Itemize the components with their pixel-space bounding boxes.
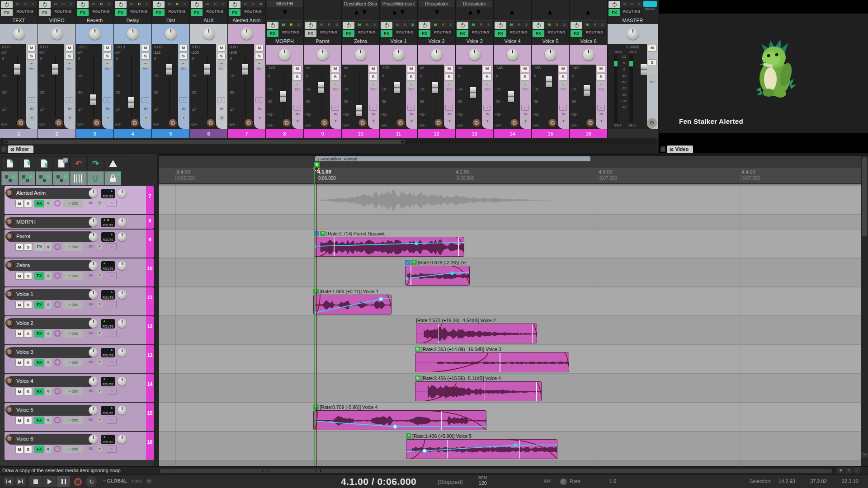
mute-button[interactable]: M	[103, 45, 112, 52]
track-panel-alerted-anim[interactable]: Alerted AnimROUTEMSFXϕ~ trimIN▼>7	[5, 186, 154, 214]
receive-button[interactable]: >	[179, 97, 187, 103]
pan-knob[interactable]	[355, 49, 367, 61]
mute-button[interactable]: M	[483, 66, 491, 72]
record-arm-button[interactable]	[510, 118, 519, 128]
fx-button[interactable]: FX	[419, 30, 430, 37]
solo-button[interactable]: S	[24, 359, 32, 366]
fx-insert-name[interactable]	[571, 0, 606, 7]
fx-button[interactable]: FX	[267, 30, 278, 37]
pan-knob[interactable]	[469, 49, 481, 61]
indicator-r[interactable]: R	[404, 22, 406, 28]
input-menu-icon[interactable]: ▼	[29, 115, 35, 121]
fx-button[interactable]: FX	[34, 359, 44, 366]
strip-name[interactable]: Voice 4	[494, 38, 531, 45]
strip-name[interactable]: Zebra	[342, 38, 379, 45]
record-arm-button[interactable]	[5, 377, 14, 385]
volume-fader[interactable]	[241, 63, 249, 75]
zoom-out-button[interactable]: −	[854, 468, 860, 474]
trim-button[interactable]: ~	[65, 61, 74, 67]
selection-length[interactable]: 22.3.10	[842, 479, 859, 484]
track-panel-voice-2[interactable]: Voice 2ROUTEMSFXϕ~ trimIN▼>12	[5, 316, 154, 344]
route-button[interactable]: ROUTE	[101, 319, 115, 328]
region-bar[interactable]: 1 FenStalker_Alerted	[315, 156, 590, 161]
trim-envelope-button[interactable]: ~ trim	[63, 359, 83, 366]
input-menu-icon[interactable]: ▼	[105, 115, 111, 121]
media-item[interactable]: ^[Rate:1.406 (+5.90)] Voice 5	[406, 439, 557, 459]
track-power-icon[interactable]	[267, 22, 278, 29]
solo-button[interactable]: S	[24, 243, 32, 251]
solo-button[interactable]: S	[179, 53, 188, 60]
track-number-band[interactable]: 14	[494, 129, 531, 138]
track-name[interactable]: Voice 2	[16, 318, 33, 328]
fx-move-up-icon[interactable]: ▲	[547, 8, 554, 14]
track-number-band[interactable]: 10	[146, 258, 154, 286]
volume-fader[interactable]	[507, 91, 514, 103]
track-volume-knob[interactable]	[89, 261, 98, 270]
indicator-m[interactable]: M	[54, 1, 57, 7]
input-button[interactable]: IN	[216, 107, 227, 111]
play-button[interactable]	[42, 476, 57, 487]
record-arm-button[interactable]	[16, 118, 26, 128]
record-arm-button[interactable]	[5, 189, 14, 197]
trim-button[interactable]: ~	[559, 82, 567, 88]
indicator-s[interactable]: S	[449, 22, 452, 28]
pan-knob[interactable]	[627, 28, 639, 40]
track-pan-knob[interactable]	[118, 290, 127, 299]
track-number-band[interactable]: 10	[342, 129, 379, 138]
routing-button[interactable]: ROUTING	[203, 8, 226, 15]
routing-button[interactable]: ROUTING	[165, 8, 189, 15]
record-arm-button[interactable]	[5, 435, 14, 443]
fx-button[interactable]: FX	[381, 30, 392, 37]
track-number-band[interactable]: 1	[0, 129, 38, 138]
indicator-m[interactable]: M	[510, 22, 513, 28]
fx-move-down-icon[interactable]: ▼	[399, 8, 406, 14]
fx-button[interactable]: FX	[77, 9, 89, 16]
volume-fader[interactable]	[431, 82, 439, 94]
pan-knob[interactable]	[89, 28, 101, 40]
indicator-r[interactable]: R	[100, 1, 103, 7]
mixer-strip-master[interactable]: FXMRSROUTINGMONOMASTER0.00dB-99.2-99.212…	[608, 0, 658, 138]
routing-button[interactable]: ROUTING	[583, 29, 606, 36]
routing-button[interactable]: ROUTING	[545, 29, 568, 36]
volume-fader[interactable]	[469, 87, 476, 99]
take-envelope[interactable]	[406, 266, 470, 286]
mixer-strip-aux[interactable]: FXMRSROUTINGAUX0.00-100-6--18--30--42--5…	[190, 0, 228, 138]
monitor-button[interactable]: >	[107, 359, 117, 366]
mute-button[interactable]: M	[15, 301, 24, 309]
routing-button[interactable]: ROUTING	[14, 8, 37, 15]
track-number-band[interactable]: 8	[146, 215, 154, 229]
peak-readout[interactable]: -inf	[39, 50, 45, 55]
fx-button[interactable]: FX	[229, 9, 241, 16]
strip-name[interactable]: MASTER	[608, 17, 658, 24]
indicator-r[interactable]: R	[328, 22, 330, 28]
route-button[interactable]: ROUTE	[101, 218, 115, 227]
mute-button[interactable]: M	[65, 45, 74, 52]
envelope-point-options-button[interactable]	[53, 171, 70, 185]
volume-readout[interactable]: 0.00	[192, 45, 200, 49]
track-number-band[interactable]	[608, 129, 658, 138]
volume-fader[interactable]	[317, 82, 325, 94]
track-power-icon[interactable]	[343, 22, 354, 29]
input-menu-icon[interactable]: ▼	[67, 115, 73, 121]
record-arm-button[interactable]	[5, 406, 14, 414]
volume-readout[interactable]: 0.00	[2, 45, 10, 49]
track-volume-knob[interactable]	[89, 406, 98, 415]
monitor-button[interactable]: >	[107, 446, 117, 453]
rate-value[interactable]: 1.0	[609, 479, 616, 484]
fx-button[interactable]: FX	[34, 446, 44, 453]
trim-envelope-button[interactable]: ~ trim	[63, 446, 83, 453]
track-number-band[interactable]: 5	[152, 129, 189, 138]
repeat-button[interactable]: ↻	[86, 476, 97, 487]
input-button[interactable]: IN	[26, 107, 38, 111]
fx-button[interactable]: FX	[115, 9, 127, 16]
env-icon[interactable]: ^	[320, 231, 326, 236]
solo-button[interactable]: S	[103, 53, 112, 60]
peak-readout[interactable]: -inf	[77, 50, 83, 55]
track-power-icon[interactable]	[571, 22, 582, 29]
input-button[interactable]: IN	[368, 112, 379, 116]
trim-button[interactable]: ~	[445, 82, 453, 88]
indicator-s[interactable]: S	[222, 1, 224, 7]
indicator-m[interactable]: M	[168, 1, 171, 7]
mixer-strip-reverb[interactable]: FXMRSROUTINGReverb-28.1-inf-6--18--30--4…	[76, 0, 114, 138]
track-number-band[interactable]: 12	[418, 129, 455, 138]
